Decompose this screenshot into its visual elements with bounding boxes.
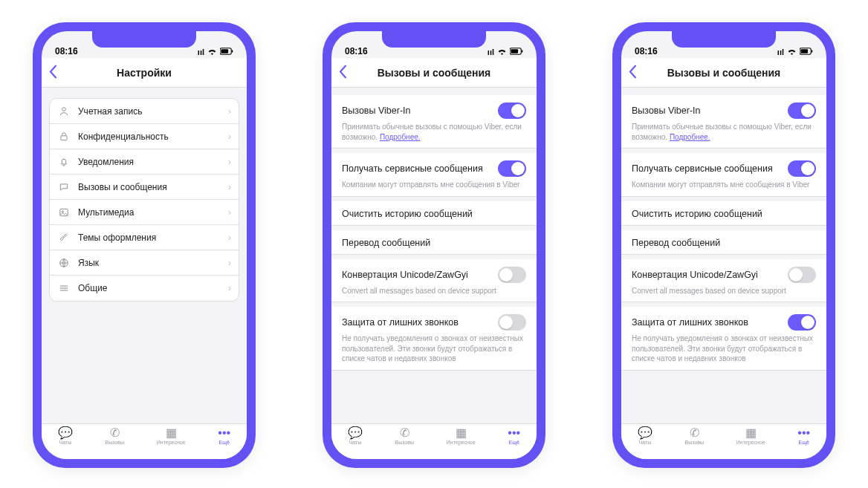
tab-more[interactable]: •••Ещё [218,427,230,459]
svg-rect-5 [60,209,68,215]
settings-row-language[interactable]: Язык › [50,250,239,276]
toggle-service-messages[interactable] [498,160,526,177]
row-label: Мультимедиа [78,207,221,218]
setting-label: Конвертация Unicode/ZawGyi [632,270,788,280]
toggle-spam-protection[interactable] [788,314,816,331]
tab-calls[interactable]: ✆Вызовы [395,427,414,459]
section-clear-history[interactable]: Очистить историю сообщений [331,201,537,226]
section-translate[interactable]: Перевод сообщений [331,230,537,255]
svg-rect-12 [812,50,812,52]
signal-icon: ııl [488,48,494,56]
tab-more[interactable]: •••Ещё [508,427,520,459]
chevron-right-icon: › [228,258,231,268]
back-button[interactable] [49,65,57,80]
settings-row-general[interactable]: Общие › [50,276,239,301]
tab-interesting[interactable]: ▦Интересное [447,427,476,459]
tab-bar: 💬Чаты ✆Вызовы ▦Интересное •••Ещё [42,423,247,459]
status-time: 08:16 [55,46,78,56]
tab-calls[interactable]: ✆Вызовы [106,427,124,459]
more-icon: ••• [508,427,520,439]
chevron-right-icon: › [228,182,231,192]
battery-icon [800,48,813,56]
section-translate[interactable]: Перевод сообщений [621,230,826,255]
settings-row-account[interactable]: Учетная запись › [50,99,239,124]
status-time: 08:16 [345,46,368,56]
status-indicators: ııl [198,48,233,56]
row-label: Учетная запись [78,106,221,117]
setting-description: Convert all messages based on device sup… [342,286,526,296]
section-spam-protection: Защита от лишних звонков Не получать уве… [331,307,537,371]
learn-more-link[interactable]: Подробнее. [670,133,710,141]
settings-row-notifications[interactable]: Уведомления › [50,149,239,175]
toggle-unicode[interactable] [788,267,816,283]
settings-row-privacy[interactable]: Конфиденциальность › [50,124,239,149]
tab-label: Ещё [509,440,519,445]
tab-interesting[interactable]: ▦Интересное [157,427,186,459]
section-viber-in: Вызовы Viber-In Принимать обычные вызовы… [331,95,537,149]
tab-label: Чаты [59,440,72,445]
chevron-right-icon: › [228,131,231,142]
svg-rect-4 [61,135,67,140]
toggle-viber-in[interactable] [498,103,526,119]
setting-description: Не получать уведомления о звонках от неи… [342,334,526,364]
status-indicators: ııl [777,48,813,56]
signal-icon: ııl [777,48,784,56]
section-service-messages: Получать сервисные сообщения Компании мо… [621,153,826,197]
status-time: 08:16 [635,46,658,56]
chevron-right-icon: › [228,232,231,243]
section-clear-history[interactable]: Очистить историю сообщений [621,201,826,226]
tab-chats[interactable]: 💬Чаты [58,427,73,459]
back-button[interactable] [339,65,347,80]
back-button[interactable] [629,65,637,80]
setting-description: Не получать уведомления о звонках от неи… [632,334,816,364]
phone-mockup-settings: 08:16 ııl Настройки Учетная запись [33,22,256,468]
row-label: Язык [78,258,221,268]
section-viber-in: Вызовы Viber-In Принимать обычные вызовы… [621,95,826,149]
toggle-service-messages[interactable] [788,160,816,177]
row-label: Вызовы и сообщения [78,182,221,192]
toggle-viber-in[interactable] [788,103,816,119]
settings-row-media[interactable]: Мультимедиа › [50,200,239,225]
phone-icon: ✆ [690,427,699,439]
settings-row-themes[interactable]: Темы оформления › [50,225,239,250]
setting-label: Конвертация Unicode/ZawGyi [342,270,498,280]
setting-description: Компании могут отправлять мне сообщения … [632,180,816,190]
phone-mockup-calls-on: 08:16 ııl Вызовы и сообщения Вызовы Vibe… [612,22,835,468]
tab-label: Интересное [447,440,476,445]
grid-icon: ▦ [456,427,467,439]
setting-description: Принимать обычные вызовы с помощью Viber… [342,122,526,142]
svg-rect-1 [232,50,233,52]
toggle-spam-protection[interactable] [498,314,526,331]
tab-chats[interactable]: 💬Чаты [638,427,652,459]
setting-label: Перевод сообщений [342,238,526,248]
svg-point-3 [62,107,66,111]
setting-label: Вызовы Viber-In [632,105,788,116]
page-title: Настройки [117,67,172,79]
settings-row-calls-messages[interactable]: Вызовы и сообщения › [50,175,239,200]
svg-rect-10 [511,49,518,53]
tab-more[interactable]: •••Ещё [797,427,810,459]
toggle-unicode[interactable] [498,267,526,283]
wifi-icon [787,48,797,56]
tab-label: Чаты [639,440,652,445]
globe-icon [57,258,71,268]
tab-label: Ещё [799,440,809,445]
tab-chats[interactable]: 💬Чаты [348,427,363,459]
grid-icon: ▦ [166,427,177,439]
tab-label: Вызовы [106,440,124,445]
chat-bubble-icon: 💬 [348,427,363,439]
row-label: Конфиденциальность [78,131,221,142]
tab-label: Интересное [736,440,765,445]
more-icon: ••• [797,427,810,439]
setting-label: Защита от лишних звонков [632,317,788,328]
phone-icon: ✆ [400,427,409,439]
tab-interesting[interactable]: ▦Интересное [736,427,765,459]
wifi-icon [497,48,507,56]
row-label: Темы оформления [78,232,221,243]
setting-label: Очистить историю сообщений [632,209,816,219]
setting-description: Компании могут отправлять мне сообщения … [342,180,526,190]
learn-more-link[interactable]: Подробнее. [380,133,421,141]
setting-label: Получать сервисные сообщения [632,163,788,174]
tab-calls[interactable]: ✆Вызовы [685,427,704,459]
setting-description: Convert all messages based on device sup… [632,286,816,296]
